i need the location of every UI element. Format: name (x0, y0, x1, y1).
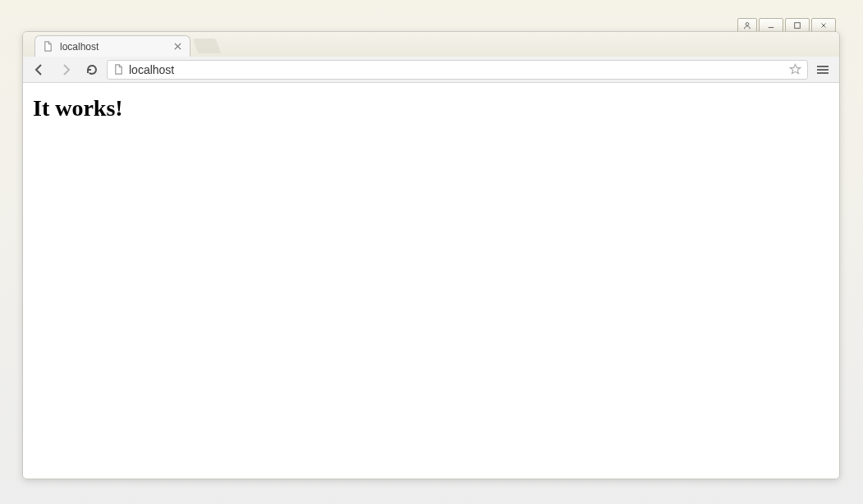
back-button[interactable] (28, 59, 51, 80)
svg-rect-2 (795, 23, 801, 29)
file-icon (42, 41, 53, 53)
file-icon (112, 64, 124, 76)
forward-button[interactable] (54, 59, 77, 80)
tab-localhost[interactable]: localhost (34, 35, 191, 57)
tab-strip: localhost (23, 32, 839, 57)
browser-toolbar: localhost (23, 57, 839, 83)
browser-window: localhost localhost (22, 31, 840, 479)
address-bar[interactable]: localhost (107, 60, 808, 80)
menu-button[interactable] (811, 59, 834, 80)
hamburger-icon (817, 64, 829, 76)
close-icon[interactable] (172, 41, 183, 53)
page-heading: It works! (33, 95, 829, 121)
page-content: It works! (23, 83, 839, 479)
tab-title: localhost (60, 41, 165, 53)
svg-marker-7 (790, 64, 800, 73)
star-icon[interactable] (787, 62, 802, 77)
reload-button[interactable] (80, 59, 103, 80)
new-tab-button[interactable] (193, 39, 222, 53)
url-text[interactable]: localhost (129, 63, 783, 76)
svg-point-0 (746, 23, 749, 26)
